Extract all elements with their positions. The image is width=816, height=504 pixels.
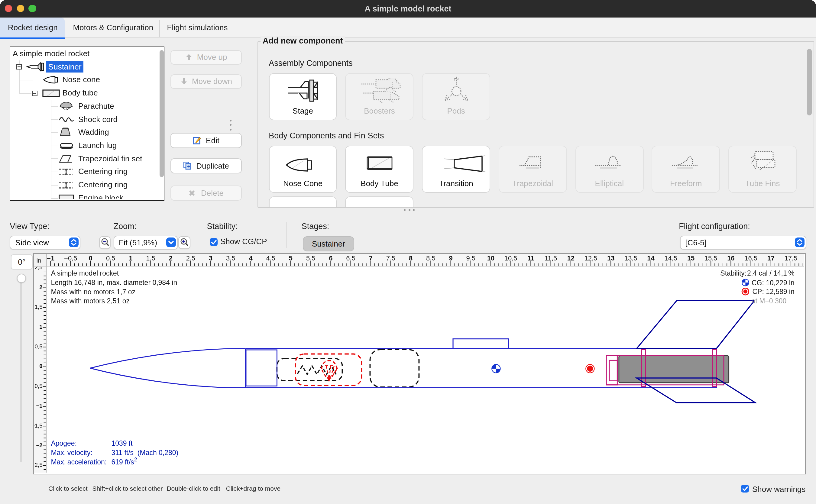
svg-text:9: 9 <box>449 254 452 262</box>
svg-text:1,5: 1,5 <box>146 254 155 262</box>
svg-text:1,5: 1,5 <box>34 304 42 310</box>
svg-text:Stability: 2,4 cal / 14,1 %: Stability: 2,4 cal / 14,1 % <box>720 269 794 277</box>
svg-text:5: 5 <box>289 254 292 262</box>
svg-text:−0,5: −0,5 <box>64 254 77 262</box>
svg-text:16: 16 <box>727 254 734 262</box>
svg-text:−1: −1 <box>47 254 54 262</box>
svg-text:Length 16,748 in, max. diamete: Length 16,748 in, max. diameter 0,984 in <box>51 279 177 286</box>
svg-text:8,5: 8,5 <box>426 254 436 262</box>
svg-text:3: 3 <box>209 254 212 262</box>
svg-text:14: 14 <box>647 254 655 262</box>
svg-text:1039 ft: 1039 ft <box>111 439 133 447</box>
svg-text:2: 2 <box>39 284 42 290</box>
svg-text:4: 4 <box>249 254 253 262</box>
svg-text:−2,5: −2,5 <box>34 462 42 468</box>
svg-text:8: 8 <box>409 254 413 262</box>
svg-text:0: 0 <box>89 254 92 262</box>
svg-text:13,5: 13,5 <box>624 254 637 262</box>
svg-text:Mass with no motors 1,7 oz: Mass with no motors 1,7 oz <box>51 288 135 296</box>
svg-text:7: 7 <box>369 254 372 262</box>
svg-text:6,5: 6,5 <box>346 254 355 262</box>
svg-text:1: 1 <box>39 324 42 330</box>
svg-text:CP: 12,589 in: CP: 12,589 in <box>752 288 794 296</box>
svg-text:15,5: 15,5 <box>704 254 717 262</box>
svg-text:Mass with motors 2,51 oz: Mass with motors 2,51 oz <box>51 297 130 305</box>
svg-text:11,5: 11,5 <box>545 254 557 262</box>
svg-text:Max. acceleration:: Max. acceleration: <box>51 458 107 466</box>
svg-text:9,5: 9,5 <box>466 254 475 262</box>
svg-text:at M=0,300: at M=0,300 <box>751 297 786 305</box>
svg-text:12: 12 <box>567 254 574 262</box>
svg-text:12,5: 12,5 <box>584 254 597 262</box>
svg-text:17,5: 17,5 <box>784 254 797 262</box>
svg-text:in: in <box>36 257 41 264</box>
svg-text:7,5: 7,5 <box>386 254 395 262</box>
svg-text:4,5: 4,5 <box>266 254 275 262</box>
svg-text:3,5: 3,5 <box>226 254 235 262</box>
svg-text:0,5: 0,5 <box>106 254 115 262</box>
svg-text:−1,5: −1,5 <box>34 422 42 429</box>
svg-text:17: 17 <box>767 254 774 262</box>
svg-text:10: 10 <box>487 254 494 262</box>
svg-text:10,5: 10,5 <box>504 254 517 262</box>
svg-text:14,5: 14,5 <box>664 254 677 262</box>
svg-text:5,5: 5,5 <box>306 254 316 262</box>
svg-text:−1: −1 <box>36 402 42 409</box>
svg-text:619 ft/s2: 619 ft/s2 <box>111 457 137 466</box>
svg-text:2: 2 <box>169 254 172 262</box>
svg-text:1: 1 <box>129 254 132 262</box>
svg-text:13: 13 <box>607 254 614 262</box>
svg-text:11: 11 <box>527 254 534 262</box>
svg-text:0: 0 <box>39 363 42 369</box>
svg-text:0,5: 0,5 <box>34 343 42 350</box>
svg-text:−0,5: −0,5 <box>34 383 42 389</box>
svg-text:16,5: 16,5 <box>744 254 757 262</box>
svg-text:CG: 10,229 in: CG: 10,229 in <box>752 279 795 287</box>
svg-text:Apogee:: Apogee: <box>51 439 77 447</box>
svg-text:15: 15 <box>687 254 694 262</box>
svg-text:−2: −2 <box>36 442 42 448</box>
svg-text:A simple model rocket: A simple model rocket <box>51 269 119 277</box>
svg-text:Max. velocity:: Max. velocity: <box>51 449 92 457</box>
svg-text:2,5: 2,5 <box>186 254 195 262</box>
svg-text:311 ft/s (Mach 0,280): 311 ft/s (Mach 0,280) <box>111 449 178 457</box>
svg-text:6: 6 <box>329 254 332 262</box>
